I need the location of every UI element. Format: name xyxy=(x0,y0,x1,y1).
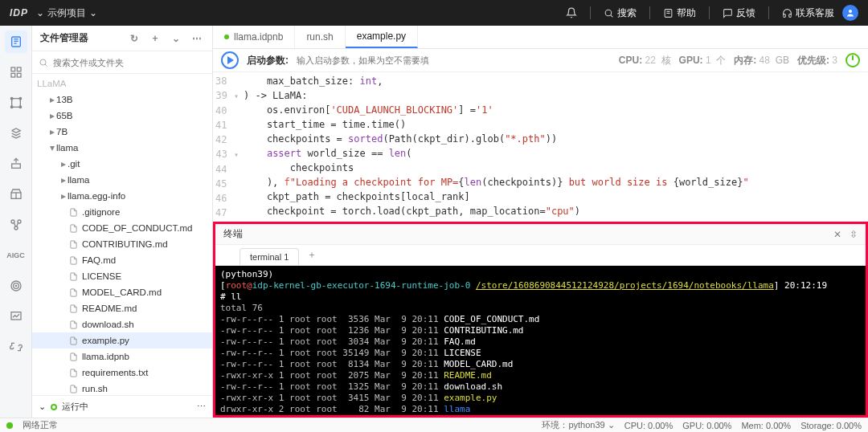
activity-stack-icon[interactable] xyxy=(5,122,27,145)
tree-file[interactable]: llama.idpnb xyxy=(32,348,212,365)
tab-label: llama.idpnb xyxy=(234,31,283,43)
close-icon[interactable]: ✕ xyxy=(833,229,841,240)
feedback-button[interactable]: 反馈 xyxy=(723,6,755,20)
tree-folder[interactable]: ▸13B xyxy=(32,92,212,108)
tree-file[interactable]: .gitignore xyxy=(32,204,212,220)
refresh-icon[interactable]: ↻ xyxy=(127,31,141,46)
file-icon xyxy=(68,304,79,313)
power-icon[interactable] xyxy=(845,53,860,67)
tree-file[interactable]: download.sh xyxy=(32,316,212,332)
tree-file[interactable]: README.md xyxy=(32,300,212,316)
more-icon[interactable]: ⋯ xyxy=(197,401,206,412)
terminal-output[interactable]: (python39) [root@idp-kernel-gb-executor-… xyxy=(215,266,866,415)
svg-rect-10 xyxy=(11,67,15,71)
top-bar: IDP ⌄ 示例项目 ⌄ 搜索 帮助 反馈 联系客服 xyxy=(0,0,868,26)
add-icon[interactable]: + xyxy=(148,31,162,46)
caret-down-icon: ⌄ xyxy=(36,7,44,18)
dirty-dot-icon xyxy=(224,35,229,39)
svg-line-25 xyxy=(14,222,15,226)
tree-folder[interactable]: ▸llama.egg-info xyxy=(32,188,212,204)
tree-file[interactable]: FAQ.md xyxy=(32,252,212,268)
avatar[interactable] xyxy=(842,5,858,21)
tree-item-label: CODE_OF_CONDUCT.md xyxy=(82,223,192,233)
help-button[interactable]: 帮助 xyxy=(663,6,696,20)
svg-point-29 xyxy=(15,285,16,286)
params-input[interactable] xyxy=(297,55,506,65)
tree-root-truncated: LLaMA xyxy=(32,75,212,92)
activity-storage-icon[interactable] xyxy=(5,183,27,206)
tree-file[interactable]: example.py xyxy=(32,332,212,348)
svg-rect-14 xyxy=(11,99,20,108)
status-cpu: CPU: 0.00% xyxy=(624,421,674,430)
gpu-spec[interactable]: GPU: 1 个 xyxy=(679,54,727,67)
editor-tab[interactable]: run.sh xyxy=(295,26,345,48)
tree-file[interactable]: CODE_OF_CONDUCT.md xyxy=(32,220,212,236)
activity-files-icon[interactable] xyxy=(5,31,27,53)
tree-item-label: download.sh xyxy=(82,320,134,329)
tree-item-label: 65B xyxy=(56,111,72,120)
tree-item-label: 7B xyxy=(56,127,68,137)
file-icon xyxy=(68,288,79,297)
more-icon[interactable]: ⋯ xyxy=(190,31,204,46)
file-search-input[interactable] xyxy=(53,58,206,67)
svg-rect-12 xyxy=(11,73,15,77)
caret-icon: ▸ xyxy=(48,94,56,105)
search-button[interactable]: 搜索 xyxy=(604,6,637,20)
expand-icon[interactable]: ⇳ xyxy=(850,229,858,240)
tree-item-label: requirements.txt xyxy=(82,368,148,377)
activity-grid-icon[interactable] xyxy=(5,61,27,84)
file-icon xyxy=(68,272,79,281)
file-icon xyxy=(68,336,79,345)
tree-folder[interactable]: ▸65B xyxy=(32,108,212,124)
priority-spec[interactable]: 优先级: 3 xyxy=(797,54,837,67)
svg-line-26 xyxy=(16,222,18,226)
tree-folder[interactable]: ▸7B xyxy=(32,124,212,140)
tree-item-label: 13B xyxy=(56,95,72,104)
svg-rect-13 xyxy=(17,73,21,77)
contact-button[interactable]: 联系客服 xyxy=(782,6,834,20)
svg-rect-19 xyxy=(11,164,20,168)
activity-deploy-icon[interactable] xyxy=(5,153,27,175)
svg-point-0 xyxy=(605,10,612,16)
activity-analytics-icon[interactable] xyxy=(5,305,27,328)
network-status-icon xyxy=(6,422,13,429)
tree-folder[interactable]: ▸llama xyxy=(32,172,212,188)
feedback-label: 反馈 xyxy=(736,6,755,20)
activity-graph-icon[interactable] xyxy=(5,214,27,236)
editor-tab[interactable]: llama.idpnb xyxy=(213,26,295,48)
tree-file[interactable]: CONTRIBUTING.md xyxy=(32,236,212,252)
tree-file[interactable]: requirements.txt xyxy=(32,365,212,381)
caret-down-icon: ⌄ xyxy=(89,7,97,18)
cpu-spec[interactable]: CPU: 22 核 xyxy=(619,54,671,67)
caret-icon: ▸ xyxy=(59,158,68,169)
tab-label: run.sh xyxy=(306,31,333,43)
tree-folder[interactable]: ▸.git xyxy=(32,156,212,172)
terminal-title: 终端 xyxy=(223,227,243,241)
activity-shape-icon[interactable] xyxy=(5,92,27,114)
project-dropdown[interactable]: ⌄ 示例项目 ⌄ xyxy=(36,6,97,20)
tree-item-label: llama.idpnb xyxy=(82,352,129,361)
tree-file[interactable]: MODEL_CARD.md xyxy=(32,284,212,300)
network-status-label: 网络正常 xyxy=(23,419,58,431)
run-button[interactable] xyxy=(221,51,239,69)
tree-folder[interactable]: ▾llama xyxy=(32,140,212,156)
running-status-label: 运行中 xyxy=(62,401,88,413)
caret-down-icon[interactable]: ⌄ xyxy=(39,401,46,412)
tree-file[interactable]: LICENSE xyxy=(32,268,212,284)
terminal-add-tab[interactable]: ＋ xyxy=(301,245,323,265)
tree-item-label: llama.egg-info xyxy=(68,191,125,201)
file-icon xyxy=(68,369,79,377)
code-editor[interactable]: 38 39 ▾40 41 42 43 ▾44 45 46 47 max_batc… xyxy=(213,72,868,222)
caret-icon: ▸ xyxy=(48,110,56,121)
file-icon xyxy=(68,224,79,233)
activity-target-icon[interactable] xyxy=(5,275,27,297)
terminal-tab[interactable]: terminal 1 xyxy=(240,248,299,265)
params-label: 启动参数: xyxy=(247,54,289,67)
mem-spec[interactable]: 内存: 48 GB xyxy=(734,54,789,67)
activity-extensions-icon[interactable] xyxy=(5,336,27,358)
notification-icon[interactable] xyxy=(566,7,577,18)
editor-tab[interactable]: example.py xyxy=(346,26,418,48)
tree-file[interactable]: run.sh xyxy=(32,381,212,395)
chevron-down-icon[interactable]: ⌄ xyxy=(169,31,183,46)
activity-aigc-icon[interactable]: AIGC xyxy=(5,244,27,267)
